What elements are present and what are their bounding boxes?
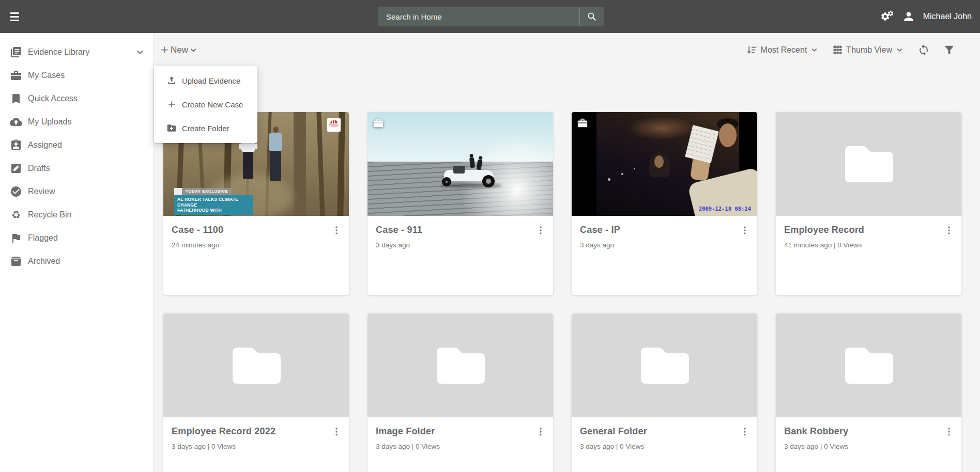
video-timestamp: 2009-12-18 08:24 [699, 206, 751, 212]
sidebar-item-archived[interactable]: Archived [0, 249, 154, 273]
menu-item-label: Create Folder [182, 124, 229, 133]
user-name[interactable]: Michael John [923, 12, 972, 21]
caption-lower-third: AL ROKER TALKS CLIMATE CHANGE FATHERHOOD… [174, 195, 253, 215]
card-title: Case - 911 [376, 225, 422, 235]
kebab-menu-icon[interactable] [740, 427, 750, 437]
briefcase-icon [10, 69, 22, 82]
kebab-menu-icon[interactable] [944, 225, 954, 235]
card-row-2: Employee Record 2022 3 days ago | 0 View… [163, 313, 961, 472]
sidebar-item-label: Assigned [28, 140, 62, 150]
chevron-down-icon [810, 45, 819, 54]
folder-icon [436, 347, 485, 384]
sidebar-item-label: My Uploads [28, 117, 71, 127]
card-case-ip[interactable]: 2009-12-18 08:24 Case - IP [572, 112, 757, 295]
sidebar-item-recycle-bin[interactable]: ♻ Recycle Bin [0, 203, 154, 226]
sort-dropdown[interactable]: Most Recent [746, 44, 819, 56]
card-meta: 24 minutes ago [172, 241, 342, 249]
search-bar [378, 7, 604, 26]
folder-icon [844, 347, 893, 384]
plus-icon [166, 99, 177, 109]
sidebar-item-evidence-library[interactable]: Evidence Library [0, 40, 154, 64]
card-meta: 3 days ago [376, 241, 546, 249]
kebab-menu-icon[interactable] [331, 225, 342, 235]
menu-item-create-folder[interactable]: Create Folder [154, 116, 257, 140]
sort-icon [746, 44, 758, 56]
card-bank-robbery[interactable]: Bank Robbery 3 days ago | 0 Views [776, 313, 961, 472]
sidebar-item-my-uploads[interactable]: My Uploads [0, 110, 154, 133]
sidebar-item-label: Evidence Library [28, 48, 89, 57]
view-dropdown[interactable]: Thumb View [832, 44, 904, 55]
video-thumbnail[interactable]: 2009-12-18 08:24 [572, 112, 757, 216]
library-icon [10, 46, 22, 58]
art [316, 112, 325, 216]
art [629, 116, 696, 140]
refresh-button[interactable] [917, 44, 930, 56]
card-case-911[interactable]: Case - 911 3 days ago [368, 112, 553, 295]
sidebar-item-quick-access[interactable]: Quick Access [0, 87, 154, 110]
card-meta: 3 days ago | 0 Views [172, 443, 342, 450]
user-avatar-icon[interactable] [902, 10, 915, 23]
refresh-sync-icon [917, 44, 930, 56]
sidebar-item-drafts[interactable]: Drafts [0, 156, 154, 180]
card-meta: 3 days ago [580, 241, 750, 249]
folder-thumbnail[interactable] [163, 313, 349, 417]
caption-line1: AL ROKER TALKS CLIMATE CHANGE [177, 197, 250, 208]
sidebar-item-assigned[interactable]: Assigned [0, 133, 154, 156]
sidebar-item-my-cases[interactable]: My Cases [0, 64, 154, 87]
today-logo-badge: TODAY [327, 118, 341, 132]
sidebar-item-flagged[interactable]: Flagged [0, 226, 154, 249]
folder-icon [844, 146, 893, 183]
flag-icon [10, 232, 22, 244]
folder-thumbnail[interactable] [572, 313, 757, 417]
card-employee-record-2022[interactable]: Employee Record 2022 3 days ago | 0 View… [163, 313, 349, 472]
hamburger-menu-icon[interactable] [9, 9, 25, 24]
kebab-menu-icon[interactable] [535, 225, 546, 235]
cloud-upload-icon [10, 116, 22, 128]
card-title: Case - IP [580, 225, 620, 235]
filter-button[interactable] [943, 44, 955, 56]
view-label: Thumb View [846, 45, 892, 55]
video-thumbnail[interactable] [368, 112, 553, 216]
card-meta: 3 days ago | 0 Views [784, 443, 954, 450]
card-general-folder[interactable]: General Folder 3 days ago | 0 Views [572, 313, 757, 472]
card-title: General Folder [580, 426, 647, 437]
chevron-down-icon[interactable] [134, 47, 146, 57]
dune-buggy-art [444, 166, 494, 183]
search-button[interactable] [579, 7, 604, 26]
kebab-menu-icon[interactable] [535, 427, 546, 437]
sidebar-item-label: Recycle Bin [28, 210, 71, 219]
art [294, 112, 306, 216]
menu-item-upload-evidence[interactable]: Upload Evidence [154, 69, 257, 92]
folder-thumbnail[interactable] [776, 313, 961, 417]
card-image-folder[interactable]: Image Folder 3 days ago | 0 Views [368, 313, 553, 472]
sidebar-item-label: Archived [28, 257, 60, 266]
case-briefcase-badge-icon [577, 117, 588, 129]
new-dropdown-menu: Upload Evidence Create New Case Create F… [154, 66, 257, 143]
new-button[interactable]: New [159, 44, 198, 55]
folder-thumbnail[interactable] [776, 112, 961, 216]
sidebar-item-label: Quick Access [28, 94, 78, 103]
folder-icon [232, 347, 281, 384]
check-circle-icon [10, 185, 22, 198]
sidebar-item-label: My Cases [28, 71, 65, 80]
caption-chip [174, 188, 182, 195]
folder-thumbnail[interactable] [368, 313, 553, 417]
kebab-menu-icon[interactable] [331, 427, 342, 437]
kebab-menu-icon[interactable] [740, 225, 750, 235]
bookmark-icon [10, 92, 22, 105]
card-employee-record[interactable]: Employee Record 41 minutes ago | 0 Views [776, 112, 961, 295]
caption-line2: FATHERHOOD WITH [177, 208, 250, 213]
settings-gears-icon[interactable] [881, 10, 894, 23]
new-button-label: New [171, 45, 188, 55]
today-sun-icon [330, 120, 338, 123]
menu-item-label: Upload Evidence [182, 76, 240, 85]
kebab-menu-icon[interactable] [944, 427, 954, 437]
menu-item-label: Create New Case [182, 100, 243, 109]
search-input[interactable] [378, 7, 579, 26]
card-title: Image Folder [376, 426, 435, 437]
menu-item-create-new-case[interactable]: Create New Case [154, 92, 257, 116]
top-app-bar: Michael John [0, 0, 980, 33]
sidebar-item-review[interactable]: Review [0, 180, 154, 203]
sidebar: Evidence Library My Cases Quick Access M… [0, 33, 154, 472]
upload-icon [166, 75, 177, 86]
